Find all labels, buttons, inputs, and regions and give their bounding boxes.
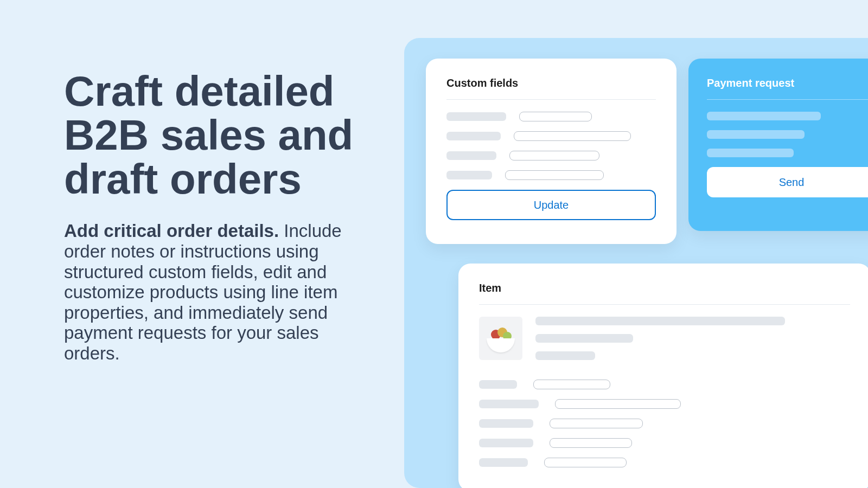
item-info-lines [535,317,850,369]
item-property-row [479,419,850,428]
divider [446,99,656,100]
property-label-placeholder [479,380,517,389]
payment-request-card: Payment request Send [688,59,868,231]
divider [707,99,868,100]
field-input-placeholder[interactable] [519,112,592,121]
field-input-placeholder[interactable] [514,131,631,141]
lede-bold: Add critical order details. [64,221,279,241]
field-input-placeholder[interactable] [505,170,604,180]
custom-fields-card: Custom fields Update [426,59,676,244]
lede-rest: Include order notes or instructions usin… [64,221,342,363]
custom-field-row [446,170,656,180]
field-label-placeholder [446,132,501,140]
property-label-placeholder [479,400,539,408]
payment-line-placeholder [707,130,805,139]
item-title: Item [479,282,850,294]
payment-request-title: Payment request [707,77,868,89]
marketing-copy: Craft detailed B2B sales and draft order… [64,69,357,364]
property-input-placeholder[interactable] [550,419,643,428]
custom-field-row [446,151,656,160]
field-label-placeholder [446,151,496,160]
illustration-stage: Custom fields Update Payment request Sen… [404,38,868,488]
item-line-placeholder [535,334,633,343]
item-line-placeholder [535,351,595,360]
property-input-placeholder[interactable] [555,399,681,409]
lede: Add critical order details. Include orde… [64,221,357,363]
custom-fields-title: Custom fields [446,77,656,89]
item-property-row [479,399,850,409]
property-input-placeholder[interactable] [550,438,632,448]
product-thumbnail [479,317,522,360]
custom-field-row [446,112,656,121]
divider [479,304,850,305]
update-button[interactable]: Update [446,190,656,220]
custom-field-row [446,131,656,141]
item-property-row [479,458,850,467]
item-card: Item [458,264,868,488]
payment-line-placeholder [707,149,794,157]
send-button[interactable]: Send [707,167,868,197]
item-line-placeholder [535,317,785,325]
field-label-placeholder [446,171,492,179]
headline: Craft detailed B2B sales and draft order… [64,69,357,201]
property-input-placeholder[interactable] [533,380,610,389]
bowl-icon [487,338,515,352]
property-label-placeholder [479,419,533,428]
payment-line-placeholder [707,112,821,120]
property-label-placeholder [479,439,533,447]
item-header-row [479,317,850,369]
property-input-placeholder[interactable] [544,458,627,467]
field-input-placeholder[interactable] [509,151,599,160]
item-property-row [479,438,850,448]
item-property-row [479,380,850,389]
property-label-placeholder [479,458,528,467]
field-label-placeholder [446,112,506,121]
